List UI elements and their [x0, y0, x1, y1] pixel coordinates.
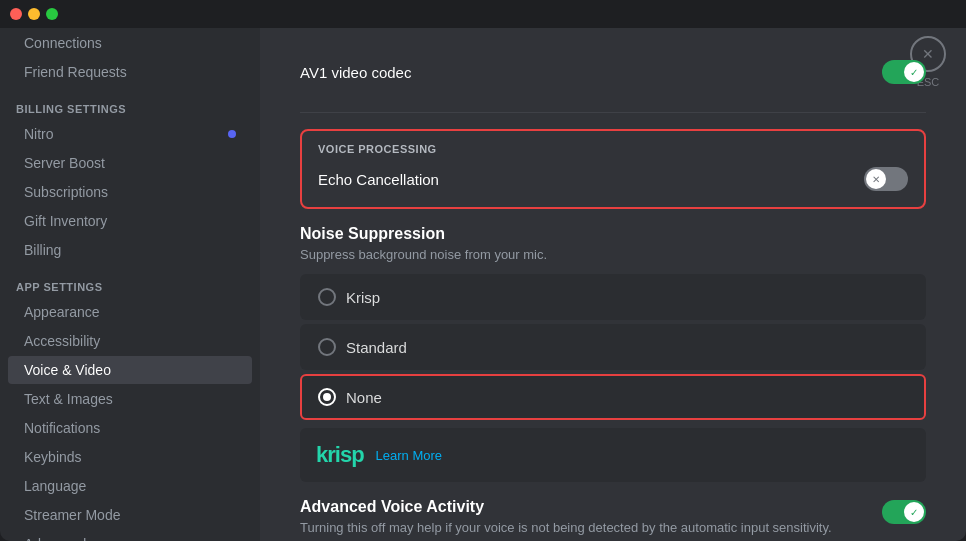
noise-suppression-title: Noise Suppression	[300, 225, 926, 243]
krisp-banner: krisp Learn More	[300, 428, 926, 482]
voice-processing-label: Voice Processing	[318, 143, 908, 155]
echo-cancellation-row: Echo Cancellation ✕	[318, 163, 908, 195]
radio-none[interactable]: None	[300, 374, 926, 420]
sidebar-item-advanced[interactable]: Advanced	[8, 530, 252, 541]
radio-standard[interactable]: Standard	[300, 324, 926, 370]
echo-cancellation-label: Echo Cancellation	[318, 171, 439, 188]
radio-label-standard: Standard	[346, 339, 407, 356]
sidebar-item-subscriptions[interactable]: Subscriptions	[8, 178, 252, 206]
ava-check-icon: ✓	[910, 507, 918, 518]
separator-1	[300, 112, 926, 113]
ava-toggle[interactable]: ✓	[882, 500, 926, 524]
noise-suppression-section: Noise Suppression Suppress background no…	[300, 225, 926, 420]
sidebar-item-appearance[interactable]: Appearance	[8, 298, 252, 326]
billing-settings-label: Billing Settings	[0, 87, 260, 119]
av1-codec-row: AV1 video codec ✓	[300, 48, 926, 96]
sidebar-item-server-boost[interactable]: Server Boost	[8, 149, 252, 177]
sidebar-item-text-images[interactable]: Text & Images	[8, 385, 252, 413]
sidebar-item-notifications[interactable]: Notifications	[8, 414, 252, 442]
av1-codec-label: AV1 video codec	[300, 64, 411, 81]
sidebar: Connections Friend Requests Billing Sett…	[0, 0, 260, 541]
sidebar-item-accessibility[interactable]: Accessibility	[8, 327, 252, 355]
sidebar-item-nitro[interactable]: Nitro	[8, 120, 252, 148]
ava-toggle-knob: ✓	[904, 502, 924, 522]
krisp-learn-more[interactable]: Learn More	[376, 448, 442, 463]
echo-cancellation-toggle[interactable]: ✕	[864, 167, 908, 191]
sidebar-item-billing[interactable]: Billing	[8, 236, 252, 264]
close-button[interactable]	[10, 8, 22, 20]
noise-suppression-subtitle: Suppress background noise from your mic.	[300, 247, 926, 262]
ava-title: Advanced Voice Activity	[300, 498, 866, 516]
nitro-badge	[228, 130, 236, 138]
radio-label-none: None	[346, 389, 382, 406]
sidebar-item-connections[interactable]: Connections	[8, 29, 252, 57]
radio-circle-standard	[318, 338, 336, 356]
maximize-button[interactable]	[46, 8, 58, 20]
ava-text: Advanced Voice Activity Turning this off…	[300, 498, 866, 535]
x-icon: ✕	[872, 174, 880, 185]
sidebar-item-keybinds[interactable]: Keybinds	[8, 443, 252, 471]
titlebar	[0, 0, 966, 28]
main-content: ✕ ESC AV1 video codec ✓ Voice Processing…	[260, 0, 966, 541]
app-settings-label: App Settings	[0, 265, 260, 297]
minimize-button[interactable]	[28, 8, 40, 20]
sidebar-item-gift-inventory[interactable]: Gift Inventory	[8, 207, 252, 235]
radio-circle-krisp	[318, 288, 336, 306]
radio-krisp[interactable]: Krisp	[300, 274, 926, 320]
ava-row: Advanced Voice Activity Turning this off…	[300, 498, 926, 535]
voice-processing-box: Voice Processing Echo Cancellation ✕	[300, 129, 926, 209]
check-icon: ✓	[910, 67, 918, 78]
echo-cancellation-knob: ✕	[866, 169, 886, 189]
sidebar-item-friend-requests[interactable]: Friend Requests	[8, 58, 252, 86]
sidebar-item-streamer-mode[interactable]: Streamer Mode	[8, 501, 252, 529]
ava-section: Advanced Voice Activity Turning this off…	[300, 498, 926, 535]
radio-label-krisp: Krisp	[346, 289, 380, 306]
av1-codec-knob: ✓	[904, 62, 924, 82]
ava-subtitle: Turning this off may help if your voice …	[300, 520, 866, 535]
av1-codec-toggle[interactable]: ✓	[882, 60, 926, 84]
krisp-logo: krisp	[316, 442, 364, 468]
sidebar-item-voice-video[interactable]: Voice & Video	[8, 356, 252, 384]
sidebar-item-language[interactable]: Language	[8, 472, 252, 500]
radio-circle-none	[318, 388, 336, 406]
